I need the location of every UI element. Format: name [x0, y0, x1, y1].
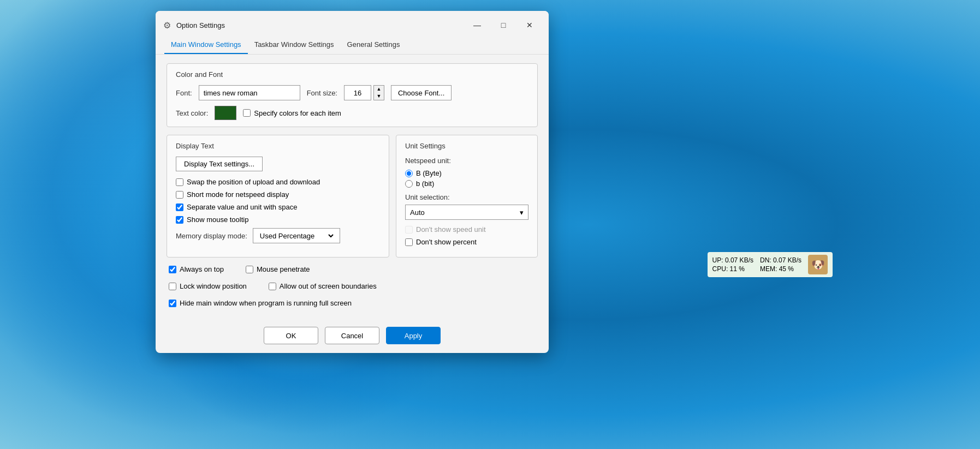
ok-button[interactable]: OK [264, 327, 318, 344]
memory-mode-label: Memory display mode: [176, 232, 247, 240]
show-tooltip-item[interactable]: Show mouse tooltip [176, 215, 380, 224]
memory-mode-select-wrapper[interactable]: Used Percentage Used/Total Free [253, 228, 340, 243]
netspeed-unit-group: B (Byte) b (bit) [405, 169, 528, 188]
cancel-button[interactable]: Cancel [325, 327, 379, 344]
font-size-spinner: ▲ ▼ [373, 85, 384, 100]
separate-value-item[interactable]: Separate value and unit with space [176, 203, 380, 211]
byte-radio-item[interactable]: B (Byte) [405, 169, 528, 177]
display-text-section: Display Text Display Text settings... Sw… [167, 135, 389, 258]
apply-button[interactable]: Apply [386, 327, 441, 344]
tab-general-settings[interactable]: General Settings [341, 36, 407, 54]
app-icon: ⚙ [162, 20, 172, 30]
font-label: Font: [176, 89, 192, 97]
stats-widget: UP: 0.07 KB/s CPU: 11 % DN: 0.07 KB/s ME… [708, 252, 833, 277]
font-size-label: Font size: [307, 89, 337, 97]
minimize-button[interactable]: — [465, 16, 490, 34]
short-mode-checkbox[interactable] [176, 191, 183, 199]
stats-cpu: CPU: 11 % [712, 265, 753, 273]
unit-settings-section: Unit Settings Netspeed unit: B (Byte) b … [396, 135, 538, 258]
display-unit-row: Display Text Display Text settings... Sw… [167, 135, 538, 258]
bottom-checks: Always on top Mouse penetrate Lock windo… [167, 265, 538, 312]
stats-right-col: DN: 0.07 KB/s MEM: 45 % [760, 256, 801, 273]
mouse-penetrate-item[interactable]: Mouse penetrate [246, 265, 310, 273]
allow-out-of-screen-checkbox[interactable] [269, 283, 276, 290]
dont-show-percent-checkbox[interactable] [405, 238, 413, 246]
hide-main-window-checkbox[interactable] [169, 300, 176, 307]
font-size-input[interactable] [344, 85, 371, 100]
show-tooltip-checkbox[interactable] [176, 216, 183, 224]
lock-window-checkbox[interactable] [169, 283, 176, 290]
dont-show-speed-unit-checkbox[interactable] [405, 226, 413, 234]
font-input[interactable] [199, 85, 300, 100]
close-button[interactable]: ✕ [517, 16, 542, 34]
dont-show-speed-unit-item[interactable]: Don't show speed unit [405, 225, 528, 234]
byte-radio[interactable] [405, 170, 413, 177]
font-row: Font: Font size: ▲ ▼ Choose Font... [176, 85, 528, 100]
display-text-title: Display Text [176, 142, 380, 150]
unit-selection-label: Unit selection: [405, 193, 528, 201]
memory-mode-select[interactable]: Used Percentage Used/Total Free [258, 231, 335, 241]
option-settings-dialog: ⚙ Option Settings — □ ✕ Main Window Sett… [156, 11, 549, 353]
lock-window-item[interactable]: Lock window position [169, 282, 247, 290]
mouse-penetrate-checkbox[interactable] [246, 266, 253, 273]
specify-colors-checkbox[interactable] [243, 109, 251, 117]
color-swatch[interactable] [215, 106, 236, 120]
stats-up: UP: 0.07 KB/s [712, 256, 753, 264]
font-size-down[interactable]: ▼ [374, 93, 384, 100]
dialog-title: Option Settings [176, 21, 460, 29]
choose-font-button[interactable]: Choose Font... [391, 85, 452, 100]
bit-radio-item[interactable]: b (bit) [405, 179, 528, 188]
maximize-button[interactable]: □ [491, 16, 516, 34]
display-text-settings-button[interactable]: Display Text settings... [176, 157, 263, 171]
stats-left-col: UP: 0.07 KB/s CPU: 11 % [712, 256, 753, 273]
tab-taskbar-window[interactable]: Taskbar Window Settings [248, 36, 341, 54]
dont-show-percent-item[interactable]: Don't show percent [405, 238, 528, 246]
allow-out-of-screen-item[interactable]: Allow out of screen boundaries [269, 282, 377, 290]
stats-avatar: 🐶 [808, 255, 828, 274]
unit-settings-title: Unit Settings [405, 142, 528, 150]
always-on-top-checkbox[interactable] [169, 266, 176, 273]
swap-position-checkbox[interactable] [176, 178, 183, 186]
title-bar-controls: — □ ✕ [465, 16, 542, 34]
title-bar: ⚙ Option Settings — □ ✕ [156, 11, 549, 34]
swap-position-item[interactable]: Swap the position of upload and download [176, 178, 380, 186]
checks-row-1: Always on top Mouse penetrate [169, 265, 536, 278]
always-on-top-item[interactable]: Always on top [169, 265, 224, 273]
dialog-footer: OK Cancel Apply [156, 320, 549, 353]
memory-mode-row: Memory display mode: Used Percentage Use… [176, 228, 380, 243]
tabs-bar: Main Window Settings Taskbar Window Sett… [156, 34, 549, 55]
color-font-section: Color and Font Font: Font size: ▲ ▼ Choo… [167, 63, 538, 127]
short-mode-item[interactable]: Short mode for netspeed display [176, 190, 380, 199]
checks-row-3: Hide main window when program is running… [169, 299, 536, 312]
netspeed-unit-label: Netspeed unit: [405, 157, 528, 165]
stats-dn: DN: 0.07 KB/s [760, 256, 801, 264]
text-color-label: Text color: [176, 109, 208, 117]
checks-row-2: Lock window position Allow out of screen… [169, 282, 536, 295]
color-font-title: Color and Font [176, 70, 528, 79]
font-size-container: ▲ ▼ [344, 85, 384, 100]
stats-mem: MEM: 45 % [760, 265, 801, 273]
dropdown-arrow-icon: ▾ [520, 208, 524, 217]
bit-radio[interactable] [405, 180, 413, 188]
unit-selection-dropdown[interactable]: Auto ▾ [405, 205, 528, 220]
tab-main-window[interactable]: Main Window Settings [164, 36, 248, 54]
dialog-content: Color and Font Font: Font size: ▲ ▼ Choo… [156, 55, 549, 320]
color-row: Text color: Specify colors for each item [176, 106, 528, 120]
separate-value-checkbox[interactable] [176, 203, 183, 211]
font-size-up[interactable]: ▲ [374, 86, 384, 93]
specify-colors-label[interactable]: Specify colors for each item [243, 109, 341, 117]
hide-main-window-item[interactable]: Hide main window when program is running… [169, 299, 352, 307]
